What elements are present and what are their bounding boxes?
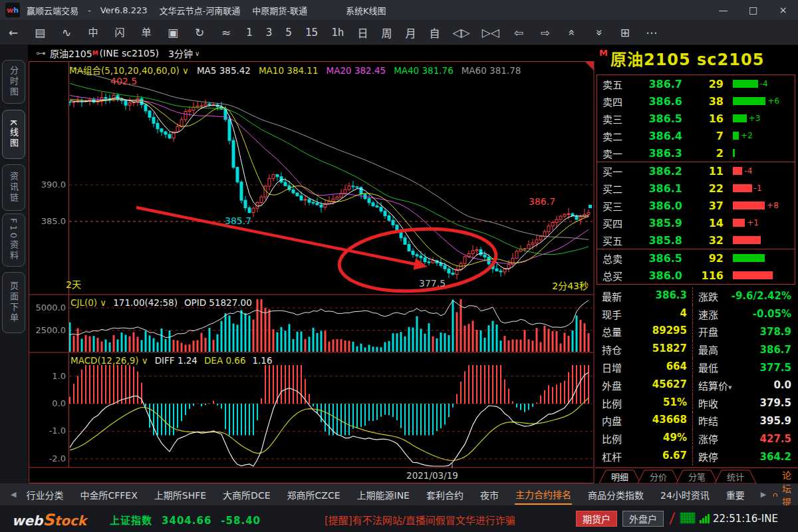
ma-indicator-row[interactable]: MA组合(5,10,20,40,60,0) ∨MA5 385.42MA10 38… bbox=[69, 63, 529, 76]
tab-tick[interactable]: 分笔 bbox=[676, 470, 718, 483]
nav-more-icon[interactable]: ▶ bbox=[761, 490, 766, 499]
period-3min[interactable]: 3 bbox=[266, 26, 273, 39]
shanghai-index[interactable]: 上证指数3404.66-58.40 bbox=[110, 513, 270, 527]
order-panel-icon[interactable]: 单 bbox=[139, 25, 154, 40]
tab-price-dist[interactable]: 分价 bbox=[638, 470, 679, 483]
level-label: 卖一 bbox=[602, 146, 634, 160]
broker-line[interactable]: 中原期货-联通 bbox=[252, 4, 307, 17]
bid-row[interactable]: 买二386.122-1 bbox=[597, 180, 795, 197]
nav-item[interactable]: 郑商所CZCE bbox=[287, 485, 341, 504]
period-1min[interactable]: 1 bbox=[246, 26, 253, 39]
tab-detail[interactable]: 明细 bbox=[599, 470, 640, 483]
close-button[interactable]: × bbox=[768, 5, 798, 15]
layout-icon[interactable]: ⊞ bbox=[618, 25, 632, 40]
sidebar-tab-time-chart[interactable]: 分时图 bbox=[2, 60, 25, 104]
period-day[interactable]: 日 bbox=[357, 25, 368, 41]
ask-row[interactable]: 卖一386.32 bbox=[597, 144, 795, 162]
minimize-button[interactable]: — bbox=[708, 5, 738, 15]
back-icon[interactable]: ← bbox=[6, 25, 21, 40]
chart-period-select[interactable]: 3分钟 bbox=[168, 47, 193, 60]
kline-icon[interactable]: 中 bbox=[86, 25, 100, 40]
quote-title: M 原油2105 sc2105 bbox=[598, 47, 764, 73]
stat-value: 89295 bbox=[652, 325, 687, 338]
index-change: -58.40 bbox=[221, 515, 261, 527]
nav-back-icon[interactable]: ◀ bbox=[11, 490, 16, 499]
adjust-line-icon[interactable]: ≈ bbox=[219, 25, 233, 40]
vol-indicator-name[interactable]: CJL(0) ∨ bbox=[70, 297, 106, 308]
futures-account-button[interactable]: 期货户 bbox=[576, 511, 617, 527]
main-contract-badge: M bbox=[599, 48, 608, 58]
server-time: 22:51:16-INE bbox=[713, 513, 778, 525]
main-toolbar: ←▤∿中闪单▣↻≈135151h日周月自◁▷▷◁⇦⇨««⊞⋯ bbox=[0, 20, 798, 45]
ma-combo-label[interactable]: MA组合(5,10,20,40,60,0) ∨ bbox=[69, 65, 189, 76]
zoom-up-icon[interactable]: « bbox=[565, 25, 579, 40]
stat-label[interactable]: 结算价▾ bbox=[698, 378, 732, 392]
total-volume: 92 bbox=[682, 252, 724, 265]
sidebar-tab-news[interactable]: 资讯链 bbox=[2, 164, 25, 211]
tab-stat[interactable]: 统计 bbox=[715, 470, 756, 483]
market-grid-icon[interactable] bbox=[680, 512, 696, 524]
stat-cell: 速涨-0.05% bbox=[692, 305, 798, 323]
nav-item[interactable]: 上期所SHFE bbox=[154, 485, 207, 504]
kline-chart[interactable] bbox=[28, 45, 595, 486]
maximize-button[interactable]: □ bbox=[738, 5, 768, 15]
ask-row[interactable]: 卖五386.729-4 bbox=[597, 75, 795, 92]
nav-item[interactable]: 24小时资讯 bbox=[660, 485, 710, 504]
timeline-icon[interactable]: ∿ bbox=[59, 25, 74, 40]
period-custom[interactable]: 自 bbox=[430, 25, 440, 41]
period-1h[interactable]: 1h bbox=[331, 26, 344, 39]
nav-item[interactable]: 重要 bbox=[726, 485, 745, 504]
nav-item[interactable]: 套利合约 bbox=[426, 485, 464, 504]
level-price: 386.3 bbox=[634, 147, 682, 160]
ask-row[interactable]: 卖三386.516+3 bbox=[597, 110, 795, 127]
cloud-node[interactable]: 文华云节点-河南联通 bbox=[160, 4, 241, 17]
bid-row[interactable]: 买一386.211-4 bbox=[597, 162, 795, 180]
nav-item[interactable]: 夜市 bbox=[479, 485, 499, 504]
ask-row[interactable]: 卖二386.47+2 bbox=[597, 127, 795, 144]
more-icon[interactable]: ⋯ bbox=[644, 25, 659, 40]
chart-span-label: 2天 bbox=[66, 277, 81, 291]
report-icon[interactable]: ▤ bbox=[33, 25, 47, 40]
nav-item[interactable]: 上期能源INE bbox=[356, 485, 410, 504]
nav-item[interactable]: 商品分类指数 bbox=[587, 485, 644, 504]
compress-icon[interactable]: ◁▷ bbox=[453, 25, 470, 40]
chevron-down-icon[interactable]: ∨ bbox=[195, 50, 200, 57]
level-label: 买四 bbox=[602, 216, 634, 230]
save-icon[interactable]: ▣ bbox=[166, 25, 180, 40]
volume-indicator-row[interactable]: CJL(0) ∨171.00(42:58)OPID 51827.00 bbox=[70, 297, 259, 308]
bid-row[interactable]: 买四385.914+1 bbox=[597, 214, 795, 231]
link-icon[interactable]: ⊶ bbox=[36, 47, 46, 59]
nav-item[interactable]: 行业分类 bbox=[25, 485, 64, 504]
sidebar-tab-f10[interactable]: F10资料 bbox=[2, 213, 25, 267]
refresh-icon[interactable]: ↻ bbox=[192, 25, 207, 40]
bid-row[interactable]: 买五385.832 bbox=[597, 231, 795, 249]
volume-bar bbox=[733, 80, 758, 88]
nav-item[interactable]: 中金所CFFEX bbox=[79, 485, 138, 504]
expand-icon[interactable]: ▷◁ bbox=[482, 25, 499, 40]
main-y-tick: 390.0 bbox=[28, 180, 66, 190]
bid-row[interactable]: 买三386.037+8 bbox=[597, 197, 795, 214]
sidebar-tab-kline[interactable]: K线图 bbox=[2, 110, 25, 159]
sidebar-tab-page-order[interactable]: 页面下单 bbox=[2, 272, 25, 333]
period-15min[interactable]: 15 bbox=[305, 26, 318, 39]
ask-row[interactable]: 卖四386.638+6 bbox=[597, 92, 795, 110]
period-month[interactable]: 月 bbox=[405, 25, 416, 41]
chevron-down-icon[interactable]: ▾ bbox=[728, 383, 732, 392]
foreign-account-button[interactable]: 外盘户 bbox=[622, 511, 664, 527]
period-5min[interactable]: 5 bbox=[285, 26, 292, 39]
app-logo-icon: wh bbox=[5, 3, 20, 17]
zoom-down-icon[interactable]: « bbox=[591, 25, 606, 40]
prev-icon[interactable]: ⇦ bbox=[511, 25, 526, 40]
nav-item[interactable]: 大商所DCE bbox=[222, 485, 271, 504]
period-week[interactable]: 周 bbox=[381, 25, 392, 41]
stat-cell: 内盘43668 bbox=[595, 414, 692, 428]
lightning-order-icon[interactable]: 闪 bbox=[112, 25, 127, 40]
volume-bar bbox=[733, 201, 765, 209]
stat-row: 比例51%昨收379.5 bbox=[595, 394, 798, 412]
chart-code: (INE sc2105) bbox=[100, 48, 159, 59]
nav-item[interactable]: 主力合约排名 bbox=[515, 485, 572, 505]
macd-indicator-name[interactable]: MACD(12,26,9) ∨ bbox=[70, 355, 148, 366]
stat-cell: 最新386.3 bbox=[595, 289, 692, 303]
macd-indicator-row[interactable]: MACD(12,26,9) ∨DIFF 1.24DEA 0.661.16 bbox=[70, 355, 279, 366]
next-icon[interactable]: ⇨ bbox=[538, 25, 553, 40]
